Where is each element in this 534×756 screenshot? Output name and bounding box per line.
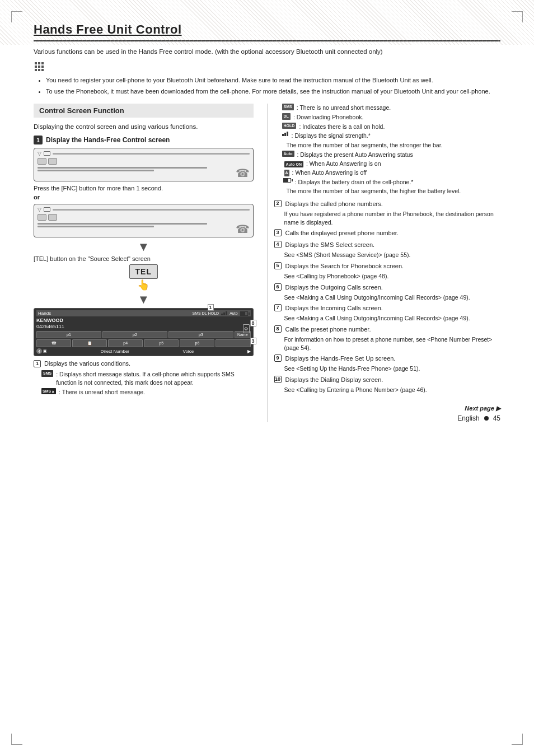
finger-icon: 👆 (34, 279, 254, 291)
right-item-10-text: Displays the Dialing Display screen. (285, 376, 500, 385)
sub-1h-text: : Displays the battery drain of the cell… (295, 178, 414, 186)
hf-voice: Voice (183, 349, 194, 354)
sub-1h-note: The more the number of bar segments, the… (287, 188, 461, 194)
sub-item-1g: Auto : Displays the present Auto Answeri… (282, 151, 500, 159)
sub-item-1h: : Displays the battery drain of the cell… (282, 178, 500, 186)
svg-rect-7 (38, 69, 40, 71)
battery-icon (283, 178, 291, 183)
signal-icon (282, 132, 288, 136)
svg-rect-0 (35, 62, 37, 64)
hf-num-4: 4 (36, 348, 42, 354)
sub-1a-text: : Displays short message status. If a ce… (56, 370, 253, 386)
sub-item-1e: HOLD : Indicates there is a call on hold… (282, 123, 500, 131)
badge-dl: DL (282, 113, 291, 120)
sub-1g-text: : Displays the present Auto Answering st… (297, 151, 413, 159)
svg-rect-2 (41, 62, 44, 64)
left-descriptions: 1 Displays the various conditions. SMS :… (34, 360, 254, 396)
hf-setup-icon: ⚙ (243, 324, 250, 333)
step1-number: 1 (34, 136, 43, 144)
right-item-9-text: Displays the Hands-Free Set Up screen. (285, 354, 500, 363)
hf-btn-p5: p5 (144, 339, 179, 347)
right-item-5: 5 Displays the Search for Phonebook scre… (274, 262, 500, 281)
badge-sms-unread: SMS▲ (41, 388, 56, 395)
right-item-3: 3 Calls the displayed preset phone numbe… (274, 229, 500, 238)
right-col-continued: SMS : There is no unread short message. … (274, 104, 500, 195)
sub-1g-on-text: : When Auto Answering is on (306, 160, 381, 167)
sub-item-1a: SMS : Displays short message status. If … (41, 370, 254, 386)
title-area: Hands Free Unit Control (34, 22, 500, 41)
svg-rect-3 (35, 66, 37, 68)
callout-8-overlay: 8 (250, 320, 256, 326)
hf-btn-p2: p2 (102, 331, 167, 338)
device-figure-1: ☎ (236, 166, 250, 180)
sub-item-1g-off: A : When Auto Answering is off (284, 169, 500, 177)
tel-button-area: TEL 👆 (34, 264, 254, 291)
device-figure-2: ☎ (236, 222, 250, 236)
step1-title: Display the Hands-Free Control screen (46, 136, 170, 144)
down-arrow-2: ▼ (34, 293, 254, 306)
hf-preset-buttons-row: p1 p2 p3 Name (36, 331, 251, 338)
right-item-4-detail: See <SMS (Short Message Service)> (page … (284, 251, 500, 259)
hf-btn-p3: p3 (168, 331, 233, 338)
right-item-2-text: Displays the called phone numbers. (285, 200, 500, 209)
right-item-4-text: Displays the SMS Select screen. (285, 241, 500, 250)
hf-icon-2: 📋 (72, 339, 107, 347)
right-item-10: 10 Displays the Dialing Display screen. … (274, 376, 500, 394)
column-divider (267, 104, 268, 422)
badge-auto: Auto (282, 151, 294, 157)
right-item-6: 6 Displays the Outgoing Calls screen. Se… (274, 283, 500, 302)
down-arrow-1: ▼ (34, 241, 254, 253)
next-page-label: Next page ▶ (274, 405, 500, 412)
right-item-8-detail: For information on how to preset a phone… (284, 335, 500, 352)
section-title: Control Screen Function (39, 106, 248, 115)
callout-10: 10 (274, 376, 282, 383)
right-item-5-detail: See <Calling by Phonebook> (page 48). (284, 272, 500, 281)
two-column-layout: Control Screen Function Displaying the c… (34, 104, 500, 422)
hf-top-row: Hands SMS DL HOLD Auto (36, 310, 251, 316)
page-number: 45 (493, 414, 500, 422)
page-title: Hands Free Unit Control (34, 22, 500, 37)
sub-item-1c: SMS : There is no unread short message. (282, 104, 500, 112)
grid-icon (34, 61, 45, 72)
callout-3: 3 (274, 229, 282, 236)
callout-8: 8 (274, 325, 282, 333)
svg-rect-5 (41, 66, 44, 68)
hf-screen-mockup: Hands SMS DL HOLD Auto KENWOO (34, 308, 254, 356)
page-number-area: English 45 (274, 414, 500, 422)
badge-hold: HOLD (282, 123, 297, 129)
callout-1: 1 (34, 360, 41, 367)
right-item-7: 7 Displays the Incoming Calls screen. Se… (274, 304, 500, 323)
hf-btn-p4: p4 (108, 339, 143, 347)
sub-item-1g-on: Auto ON : When Auto Answering is on (284, 160, 500, 168)
step1-heading: 1 Display the Hands-Free Control screen (34, 136, 254, 144)
svg-rect-4 (38, 66, 40, 68)
right-item-4: 4 Displays the SMS Select screen. See <S… (274, 241, 500, 259)
badge-auto-on: Auto ON (284, 161, 303, 168)
press-fnc-text: Press the [FNC] button for more than 1 s… (34, 185, 254, 192)
hf-btn-p1: p1 (36, 331, 101, 338)
desc-item-1: 1 Displays the various conditions. (34, 360, 254, 368)
callout-9: 9 (274, 354, 282, 362)
left-column: Control Screen Function Displaying the c… (34, 104, 265, 397)
sub-item-1b: SMS▲ : There is unread short message. (41, 388, 254, 396)
sub-1f-text: : Displays the signal strength.* (292, 132, 371, 140)
tel-button: TEL (129, 264, 158, 279)
hf-btn-p6b (216, 339, 250, 347)
callout-2: 2 (274, 200, 282, 207)
bullet-item-2: To use the Phonebook, it must have been … (46, 87, 500, 96)
right-item-6-text: Displays the Outgoing Calls screen. (285, 283, 500, 292)
callout-1-overlay: 1 (208, 304, 214, 311)
sub-item-1f: : Displays the signal strength.* (282, 132, 500, 140)
bullet-item-1: You need to register your cell-phone to … (46, 76, 500, 85)
callout-3-overlay: 3 (250, 338, 256, 344)
bullet-list: You need to register your cell-phone to … (39, 76, 500, 96)
right-item-5-text: Displays the Search for Phonebook screen… (285, 262, 500, 271)
svg-rect-6 (35, 69, 37, 71)
section-box: Control Screen Function (34, 104, 254, 118)
sub-1f-note1: The more the number of bar segments, the… (287, 142, 443, 148)
hf-arrow: ▶ (247, 349, 251, 354)
svg-rect-1 (38, 62, 40, 64)
section-subtitle: Displaying the control screen and using … (34, 122, 254, 131)
sub-1d-text: : Downloading Phonebook. (293, 113, 364, 122)
sub-1g-off-text: : When Auto Answering is off (292, 169, 367, 176)
